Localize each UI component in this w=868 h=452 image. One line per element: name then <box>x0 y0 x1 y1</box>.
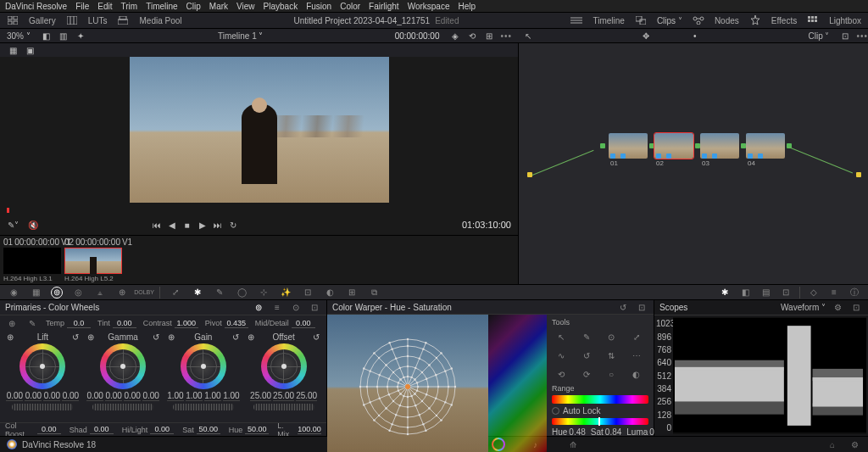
node-options-icon[interactable]: ••• <box>856 31 868 41</box>
prev-clip-icon[interactable]: ⏮ <box>151 219 163 231</box>
timeline-label[interactable]: Timeline <box>593 16 624 25</box>
colboost-value[interactable]: 0.00 <box>37 425 61 434</box>
menu-timeline[interactable]: Timeline <box>146 2 177 11</box>
mid-value[interactable]: 0.00 <box>292 319 315 328</box>
grab-still-icon[interactable]: ▣ <box>24 44 36 56</box>
play-icon[interactable]: ▶ <box>197 219 209 231</box>
node-zoom-icon[interactable]: ⊡ <box>839 30 851 42</box>
tracking-icon[interactable]: ⊹ <box>257 286 270 299</box>
wheels-mode-icon[interactable]: ⊚ <box>252 301 265 315</box>
mediapool-label[interactable]: Media Pool <box>139 16 181 25</box>
curves-icon[interactable]: ⤢ <box>169 286 182 299</box>
nodes-icon[interactable] <box>693 14 704 26</box>
scopes-toggle-icon[interactable]: ◧ <box>738 286 752 299</box>
warp-select-icon[interactable]: ↖ <box>552 329 570 344</box>
menu-workspace[interactable]: Workspace <box>408 2 450 11</box>
qualifier-icon[interactable]: ✎ <box>213 286 226 299</box>
lmix-value[interactable]: 100.00 <box>298 425 321 434</box>
menu-trim[interactable]: Trim <box>121 2 138 11</box>
warp-more-icon[interactable]: ⋯ <box>627 348 646 363</box>
warp-pull-icon[interactable]: ⤢ <box>627 329 646 344</box>
scrubber[interactable] <box>0 203 518 215</box>
shad-value[interactable]: 0.00 <box>90 425 114 434</box>
hue-range-bar[interactable] <box>552 395 648 404</box>
lightbox-label[interactable]: Lightbox <box>829 16 861 25</box>
hue-value[interactable]: 50.00 <box>245 425 269 434</box>
thumb-02[interactable]: 02 00:00:00:00 V1 H.264 High L5.2 <box>64 237 122 282</box>
menu-fusion[interactable]: Fusion <box>306 2 331 11</box>
unmix-icon[interactable]: ⊞ <box>483 30 495 42</box>
pivot-value[interactable]: 0.435 <box>225 319 248 328</box>
warper-reset-icon[interactable]: ↺ <box>616 300 630 314</box>
reverse-icon[interactable]: ◀ <box>166 219 178 231</box>
scope-mode-dropdown[interactable]: Waveform ˅ <box>781 303 826 312</box>
settings-icon[interactable]: ⚙ <box>848 438 861 451</box>
hue-slider[interactable] <box>552 418 648 425</box>
blur-icon[interactable]: ⊡ <box>301 286 314 299</box>
picker-icon[interactable]: ✎ <box>25 316 39 330</box>
menu-app[interactable]: DaVinci Resolve <box>5 2 67 11</box>
menu-help[interactable]: Help <box>458 2 476 11</box>
sizing-icon[interactable]: ⊞ <box>345 286 359 299</box>
loop-play-icon[interactable]: ↻ <box>227 219 239 231</box>
wheel-gain[interactable]: ⊕Gain↺1.001.001.001.00 <box>164 332 243 421</box>
lightbox-icon[interactable] <box>807 14 819 26</box>
hdr-wheels-icon[interactable]: ◎ <box>71 286 85 299</box>
dolby-icon[interactable]: DOLBY <box>137 286 151 299</box>
luts-label[interactable]: LUTs <box>88 16 108 25</box>
keyframe-panel-icon[interactable]: ◇ <box>807 286 821 299</box>
menu-edit[interactable]: Edit <box>97 2 112 11</box>
keyframes-tab-icon[interactable]: ✱ <box>718 286 732 299</box>
wheel-gamma[interactable]: ⊕Gamma↺0.000.000.000.00 <box>84 332 163 421</box>
key-icon[interactable]: ◐ <box>323 286 337 299</box>
log-mode-icon[interactable]: ⊙ <box>289 301 303 315</box>
3d-icon[interactable]: ⧉ <box>367 286 381 299</box>
bars-mode-icon[interactable]: ≡ <box>270 301 284 315</box>
nodes-label[interactable]: Nodes <box>715 16 739 25</box>
wheel-offset[interactable]: ⊕Offset↺25.0025.0025.00 <box>244 332 323 421</box>
timeline-icon[interactable] <box>570 14 582 26</box>
menu-color[interactable]: Color <box>340 2 360 11</box>
wand-icon[interactable]: ✎˅ <box>7 219 19 231</box>
wheel-lift[interactable]: ⊕Lift↺0.000.000.000.00 <box>3 332 82 421</box>
fx-icon[interactable] <box>749 14 761 26</box>
contrast-value[interactable]: 1.000 <box>175 319 198 328</box>
autolock-checkbox[interactable]: Auto Lock <box>552 406 648 416</box>
warp-smooth-icon[interactable]: ∿ <box>552 348 570 363</box>
menu-playback[interactable]: Playback <box>264 2 298 11</box>
camera-raw-icon[interactable]: ◉ <box>7 286 20 299</box>
warp-reset-icon[interactable]: ↺ <box>577 348 596 363</box>
clip-mode-label[interactable]: Clip ˅ <box>808 31 829 41</box>
viewer-timecode[interactable]: 00:00:00:00 <box>395 31 440 41</box>
motion-effects-icon[interactable]: ⊕ <box>115 286 129 299</box>
expand-wheels-icon[interactable]: ⊡ <box>308 301 321 315</box>
info-panel-icon[interactable]: ⓘ <box>848 286 861 299</box>
clips-label[interactable]: Clips ˅ <box>657 16 682 25</box>
deliver-page-icon[interactable]: ⟰ <box>566 438 580 451</box>
window-icon[interactable]: ◯ <box>235 286 248 299</box>
warper-gradient[interactable] <box>488 315 547 452</box>
warp-redo-icon[interactable]: ⟳ <box>577 366 596 382</box>
luts-icon[interactable] <box>66 14 78 26</box>
menu-file[interactable]: File <box>75 2 89 11</box>
hilight-value[interactable]: 0.00 <box>150 425 174 434</box>
warp-undo-icon[interactable]: ⟲ <box>552 366 570 382</box>
viewer-canvas[interactable] <box>0 57 518 203</box>
color-page-icon[interactable] <box>492 438 505 451</box>
menu-clip[interactable]: Clip <box>186 2 201 11</box>
warper-expand-icon[interactable]: ⊡ <box>635 300 648 314</box>
render-cache-icon[interactable]: ◈ <box>449 30 461 42</box>
bypass-icon[interactable]: ▦ <box>7 44 19 56</box>
menu-fairlight[interactable]: Fairlight <box>369 2 399 11</box>
magic-mask-icon[interactable]: ✨ <box>279 286 292 299</box>
waveform-icon[interactable]: ≡ <box>827 286 841 299</box>
color-checker-icon[interactable]: ▦ <box>29 286 42 299</box>
split-icon[interactable]: ▥ <box>58 30 70 42</box>
viewer-options-icon[interactable]: ••• <box>500 31 512 41</box>
clips-icon[interactable] <box>635 14 647 26</box>
next-clip-icon[interactable]: ⏭ <box>212 219 224 231</box>
warp-draw-icon[interactable]: ✎ <box>577 329 596 344</box>
color-wheels-icon[interactable]: ⊚ <box>51 287 63 299</box>
scope-opts-icon[interactable]: ⚙ <box>831 301 844 315</box>
node-editor[interactable]: 01 02 03 04 <box>519 43 868 284</box>
